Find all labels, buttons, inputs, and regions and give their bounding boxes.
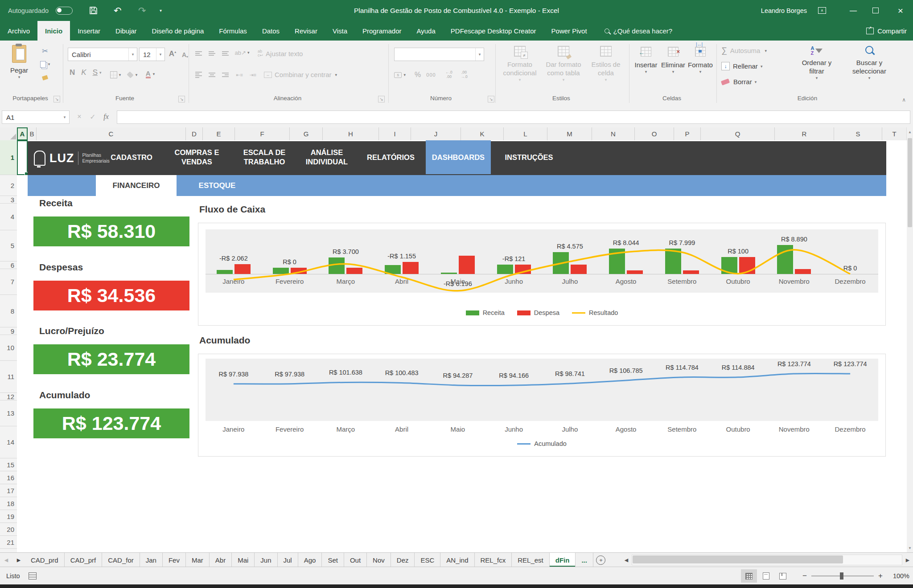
zoom-in-button[interactable]: +: [875, 572, 886, 580]
font-color-button[interactable]: A ▾: [144, 68, 156, 80]
sheet-nav-next-icon[interactable]: ▶: [12, 553, 25, 567]
row-header-20[interactable]: 20: [0, 523, 17, 536]
cell-styles-button[interactable]: Estilos de celda ▾: [587, 46, 625, 82]
tell-me-search[interactable]: ¿Qué desea hacer?: [605, 21, 673, 41]
subtab-estoque[interactable]: ESTOQUE: [177, 175, 258, 196]
row-header-16[interactable]: 16: [0, 471, 17, 484]
column-header-o[interactable]: O: [635, 127, 674, 140]
paste-button[interactable]: Pegar ▾: [5, 45, 33, 79]
number-format-combo[interactable]: ▾: [394, 48, 484, 61]
percent-format-button[interactable]: %: [412, 69, 424, 81]
column-header-g[interactable]: G: [290, 127, 323, 140]
row-header-6[interactable]: 6: [0, 261, 17, 269]
horizontal-scroll-thumb[interactable]: [633, 555, 843, 564]
column-header-i[interactable]: I: [379, 127, 411, 140]
zoom-slider[interactable]: [811, 576, 874, 576]
ribbon-tab-archivo[interactable]: Archivo: [0, 21, 37, 41]
maximize-button[interactable]: [866, 0, 885, 21]
select-all-corner[interactable]: [0, 127, 17, 141]
row-header-4[interactable]: 4: [0, 204, 17, 230]
column-header-l[interactable]: L: [504, 127, 547, 140]
sheet-tab-jan[interactable]: Jan: [140, 553, 163, 567]
sheet-tab-ago[interactable]: Ago: [298, 553, 322, 567]
ribbon-tab-ayuda[interactable]: Ayuda: [409, 21, 443, 41]
insert-function-button[interactable]: fx: [99, 113, 113, 121]
align-left-button[interactable]: [193, 69, 204, 81]
ribbon-tab-datos[interactable]: Datos: [255, 21, 287, 41]
sheet-tab-nov[interactable]: Nov: [367, 553, 391, 567]
column-header-c[interactable]: C: [37, 127, 186, 140]
find-select-button[interactable]: Buscar y seleccionar ▾: [844, 46, 894, 80]
nav-tab-instruç-es[interactable]: INSTRUÇÕES: [491, 140, 567, 174]
column-header-h[interactable]: H: [323, 127, 379, 140]
underline-button[interactable]: S: [93, 68, 98, 77]
column-header-e[interactable]: E: [203, 127, 235, 140]
ribbon-tab-inicio[interactable]: Inicio: [37, 21, 70, 41]
font-name-combo[interactable]: Calibri▾: [68, 48, 137, 61]
increase-font-button[interactable]: A▴: [167, 48, 178, 60]
ribbon-tab-power-pivot[interactable]: Power Pivot: [544, 21, 595, 41]
sheet-tab-dfin[interactable]: dFin: [550, 553, 576, 567]
align-middle-button[interactable]: [206, 48, 218, 59]
new-sheet-button[interactable]: +: [593, 553, 609, 567]
row-header-5[interactable]: 5: [0, 230, 17, 261]
ribbon-tab-dibujar[interactable]: Dibujar: [108, 21, 144, 41]
ribbon-display-options-button[interactable]: ∧: [812, 0, 832, 21]
page-layout-view-button[interactable]: [758, 569, 774, 583]
format-painter-button[interactable]: [39, 72, 51, 83]
format-cells-button[interactable]: |↔| Formato ▾: [687, 47, 713, 74]
row-header-9[interactable]: 9: [0, 327, 17, 335]
row-header-3[interactable]: 3: [0, 196, 17, 204]
column-header-n[interactable]: N: [592, 127, 635, 140]
formula-input[interactable]: [117, 110, 910, 124]
currency-format-button[interactable]: $ ▾: [394, 69, 406, 81]
column-header-j[interactable]: J: [411, 127, 461, 140]
align-bottom-button[interactable]: [219, 48, 231, 59]
ribbon-tab-programador[interactable]: Programador: [355, 21, 409, 41]
nav-tab-relat-rios[interactable]: RELATÓRIOS: [356, 140, 426, 174]
font-dialog-launcher[interactable]: ↘: [178, 96, 185, 102]
bold-button[interactable]: N: [70, 68, 75, 77]
sheet-nav-first-icon[interactable]: ◀: [0, 553, 12, 567]
column-header-r[interactable]: R: [775, 127, 834, 140]
zoom-slider-thumb[interactable]: [840, 572, 843, 580]
align-right-button[interactable]: [219, 69, 231, 81]
alignment-dialog-launcher[interactable]: ↘: [378, 96, 385, 102]
nav-tab-an-lise-individual[interactable]: ANÁLISE INDIVIDUAL: [298, 140, 356, 174]
ribbon-tab-insertar[interactable]: Insertar: [70, 21, 108, 41]
fill-button[interactable]: ↓ Rellenar ▾: [721, 62, 762, 70]
confirm-entry-button[interactable]: ✓: [86, 113, 99, 121]
ribbon-tab-dise-o-de-p-gina[interactable]: Diseño de página: [144, 21, 212, 41]
ribbon-tab-vista[interactable]: Vista: [325, 21, 355, 41]
orientation-button[interactable]: ab↗▾: [236, 47, 248, 58]
nav-tab-dashboards[interactable]: DASHBOARDS: [426, 140, 491, 174]
sheet-tab-mar[interactable]: Mar: [186, 553, 210, 567]
macro-record-icon[interactable]: [29, 572, 37, 580]
close-button[interactable]: ×: [891, 0, 910, 21]
row-header-22[interactable]: 22: [0, 549, 17, 552]
scroll-left-icon[interactable]: ◀: [621, 557, 632, 563]
row-header-19[interactable]: 19: [0, 510, 17, 523]
format-as-table-button[interactable]: Dar formato como tabla ▾: [542, 46, 585, 82]
row-header-10[interactable]: 10: [0, 335, 17, 361]
column-header-f[interactable]: F: [235, 127, 290, 140]
sheet-tab-esc[interactable]: ESC: [415, 553, 440, 567]
delete-cells-button[interactable]: × Eliminar ▾: [660, 47, 687, 74]
collapse-ribbon-button[interactable]: ∧: [902, 97, 906, 103]
cancel-entry-button[interactable]: ×: [73, 113, 86, 121]
sheet-tab-dez[interactable]: Dez: [391, 553, 415, 567]
row-header-8[interactable]: 8: [0, 295, 17, 327]
conditional-formatting-button[interactable]: ≠ Formato condicional ▾: [499, 46, 540, 82]
autosum-button[interactable]: ∑ Autosuma ▾: [721, 46, 767, 55]
column-header-q[interactable]: Q: [701, 127, 775, 140]
clipboard-dialog-launcher[interactable]: ↘: [53, 96, 60, 102]
ribbon-tab-f-rmulas[interactable]: Fórmulas: [211, 21, 255, 41]
column-header-d[interactable]: D: [186, 127, 203, 140]
merge-center-button[interactable]: ↔ Combinar y centrar ▾: [264, 71, 337, 78]
zoom-out-button[interactable]: −: [799, 572, 810, 580]
sheet-tab-jun[interactable]: Jun: [255, 553, 277, 567]
borders-button[interactable]: ▾: [110, 69, 121, 81]
insert-cells-button[interactable]: ← Insertar ▾: [633, 47, 659, 74]
scroll-up-icon[interactable]: ▲: [907, 127, 913, 136]
column-header-m[interactable]: M: [547, 127, 592, 140]
